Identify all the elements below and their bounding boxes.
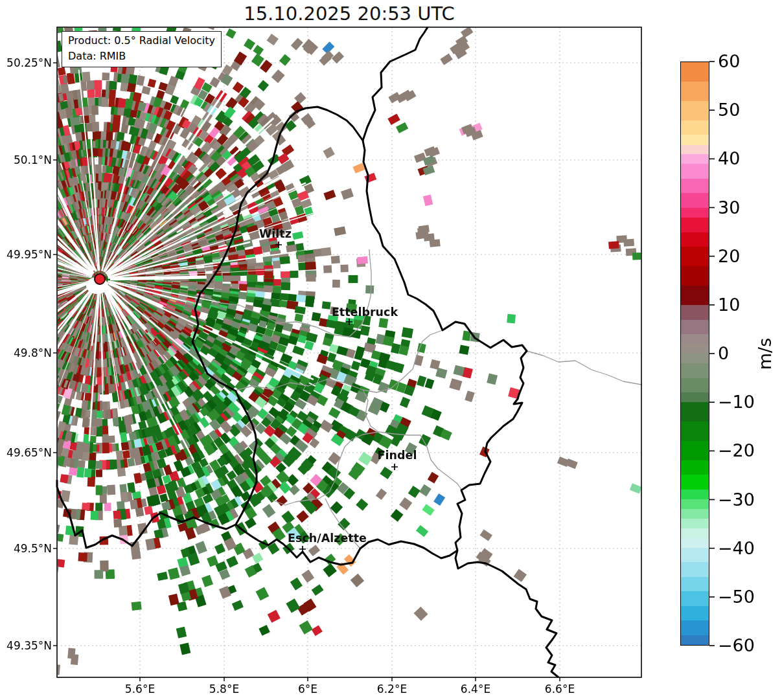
product-line: Product: 0.5° Radial Velocity (68, 33, 215, 49)
colorbar-tick-label: −50 (718, 587, 755, 607)
colorbar-tick-label: −30 (718, 490, 755, 510)
colorbar-tick-label: 40 (718, 149, 740, 168)
city-label: Wiltz (259, 227, 292, 240)
y-axis-tick-label: 50.1°N (0, 153, 52, 167)
colorbar-tick-label: 50 (718, 100, 740, 120)
colorbar-tick-label: −60 (718, 636, 755, 655)
colorbar-tick-label: −10 (718, 392, 755, 412)
luxembourg-border-path (192, 107, 527, 565)
city-label: Findel (378, 449, 417, 462)
france-belgium-border-path (57, 480, 236, 548)
city-plus-marker (275, 242, 282, 248)
y-axis-tick-label: 49.35°N (0, 638, 52, 653)
y-axis-tick-label: 50.25°N (0, 56, 52, 70)
city-label: Ettelbruck (332, 306, 398, 319)
y-axis-tick-label: 49.5°N (0, 541, 52, 556)
colorbar-tick-label: −40 (718, 539, 755, 558)
colorbar-tick-label: 60 (718, 52, 740, 71)
radar-site-marker (86, 274, 108, 294)
belgium-germany-border-path (363, 27, 428, 141)
x-axis-tick-label: 5.8°E (195, 682, 253, 696)
city-plus-marker (299, 546, 306, 552)
city-plus-marker (346, 319, 352, 325)
map-borders-svg (0, 0, 782, 700)
y-axis-tick-label: 49.95°N (0, 247, 52, 262)
colorbar-tick-label: 20 (718, 247, 740, 266)
data-source-line: Data: RMIB (68, 49, 215, 64)
x-axis-tick-label: 6.4°E (446, 682, 505, 696)
colorbar-tick-label: 10 (718, 295, 740, 315)
colorbar (680, 62, 709, 646)
colorbar-unit-label: m/s (755, 328, 775, 380)
y-axis-tick-label: 49.8°N (0, 346, 52, 360)
y-axis-tick-label: 49.65°N (0, 446, 52, 460)
x-axis-tick-label: 5.6°E (111, 682, 169, 696)
axis-tick-marks (53, 63, 560, 681)
x-axis-tick-label: 6°E (279, 682, 337, 696)
city-label: Esch/Alzette (288, 532, 367, 545)
colorbar-tick-label: 30 (718, 198, 740, 218)
product-info-box: Product: 0.5° Radial Velocity Data: RMIB (62, 31, 222, 67)
x-axis-tick-label: 6.2°E (363, 682, 421, 696)
plot-frame (57, 27, 641, 677)
colorbar-tick-label: 0 (718, 344, 729, 363)
x-axis-tick-label: 6.6°E (531, 682, 589, 696)
france-germany-border-path (455, 550, 558, 677)
radar-figure: 15.10.2025 20:53 UTC Product: 0.5° Radia… (0, 0, 782, 700)
city-plus-marker (391, 464, 398, 470)
city-markers (275, 242, 398, 552)
colorbar-tick-label: −20 (718, 441, 755, 460)
district-borders (200, 249, 641, 548)
